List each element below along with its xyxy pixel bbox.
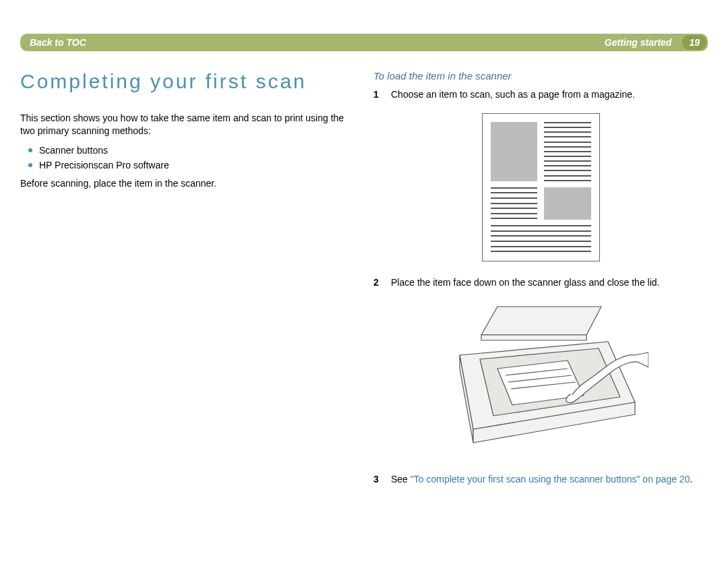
svg-marker-0 [481,307,601,335]
step-text: Choose an item to scan, such as a page f… [391,88,708,101]
step-number: 2 [373,276,391,289]
intro-paragraph: This section shows you how to take the s… [20,112,355,137]
illustration-text-lines [491,225,591,252]
svg-marker-1 [481,335,586,340]
page-title: Completing your first scan [20,70,355,93]
section-label: Getting started [605,37,672,48]
back-to-toc-link[interactable]: Back to TOC [30,37,86,48]
step-text: Place the item face down on the scanner … [391,276,708,289]
illustration-image-block [491,122,538,181]
left-column: Completing your first scan This section … [20,70,355,495]
step-number: 1 [373,88,391,101]
illustration-text-lines [544,122,591,181]
cross-reference-link[interactable]: "To complete your first scan using the s… [411,474,690,485]
step-item: 2 Place the item face down on the scanne… [373,276,708,289]
step-item: 1 Choose an item to scan, such as a page… [373,88,708,101]
page-header: Back to TOC Getting started 19 [20,34,708,51]
step-item: 3 See "To complete your first scan using… [373,473,708,486]
steps-list: 2 Place the item face down on the scanne… [373,276,708,289]
step-text: See "To complete your first scan using t… [391,473,708,486]
list-item: Scanner buttons [27,143,355,158]
right-column: To load the item in the scanner 1 Choose… [373,70,708,495]
scanner-illustration [373,301,708,458]
step-suffix: . [690,474,692,485]
steps-list: 1 Choose an item to scan, such as a page… [373,88,708,101]
step-number: 3 [373,473,391,486]
methods-list: Scanner buttons HP Precisionscan Pro sof… [20,142,355,177]
list-item: HP Precisionscan Pro software [27,158,355,173]
magazine-illustration [373,113,708,261]
page-number: 19 [682,35,706,50]
before-paragraph: Before scanning, place the item in the s… [20,177,355,190]
illustration-text-lines [491,187,538,220]
step-prefix: See [391,474,411,485]
illustration-image-block [544,187,591,220]
subheading: To load the item in the scanner [373,70,708,82]
steps-list: 3 See "To complete your first scan using… [373,473,708,486]
